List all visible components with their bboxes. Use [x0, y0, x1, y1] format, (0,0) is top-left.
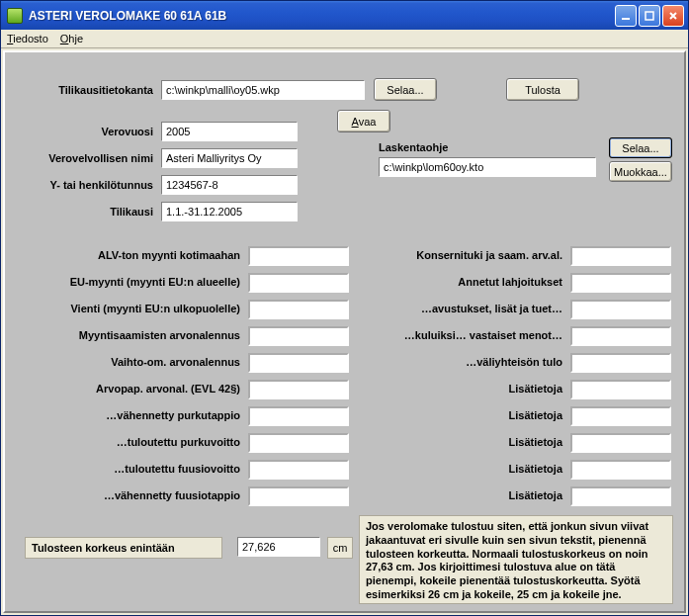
calc-label: Laskentaohje: [379, 141, 487, 153]
right-field-label: …kuluiksi… vastaiset menot…: [355, 329, 562, 341]
height-input[interactable]: [237, 537, 320, 557]
right-field-label: …väliyhteisön tulo: [355, 356, 562, 368]
menu-help[interactable]: Ohje: [60, 33, 83, 44]
minimize-button[interactable]: [615, 5, 637, 27]
left-field-label: EU-myynti (myynti EU:n alueelle): [13, 276, 240, 288]
left-field-input[interactable]: [248, 460, 349, 480]
id-label: Y- tai henkilötunnus: [15, 179, 153, 191]
svg-rect-0: [622, 18, 630, 20]
period-input[interactable]: [161, 202, 298, 221]
left-field-label: …tuloutettu purkuvoitto: [13, 436, 240, 448]
left-field-input[interactable]: [248, 406, 349, 426]
maximize-button[interactable]: [639, 5, 660, 27]
year-input[interactable]: [161, 122, 298, 141]
left-field-label: Vienti (myynti EU:n ulkopuolelle): [13, 303, 240, 314]
right-field-label: Lisätietoja: [355, 463, 562, 475]
height-label: Tulosteen korkeus enintään: [25, 537, 222, 559]
left-field-label: …vähennetty purkutappio: [13, 409, 240, 421]
right-field-input[interactable]: [570, 433, 671, 453]
left-field-label: …vähennetty fuusiotappio: [13, 489, 240, 501]
right-field-label: …avustukset, lisät ja tuet…: [355, 303, 562, 314]
year-label: Verovuosi: [15, 126, 153, 137]
right-field-label: Konsernituki ja saam. arv.al.: [355, 249, 562, 261]
right-field-input[interactable]: [570, 460, 671, 480]
left-field-label: …tuloutettu fuusiovoitto: [13, 463, 240, 475]
left-field-label: Myyntisaamisten arvonalennus: [13, 329, 240, 341]
right-field-input[interactable]: [570, 246, 671, 266]
left-field-label: Vaihto-om. arvonalennus: [13, 356, 240, 368]
db-label: Tilikausitietokanta: [15, 84, 153, 96]
right-field-label: Lisätietoja: [355, 436, 562, 448]
left-field-input[interactable]: [248, 273, 349, 293]
calc-input[interactable]: [379, 157, 596, 177]
menubar: Tiedosto Ohje: [1, 30, 688, 48]
height-unit: cm: [327, 537, 353, 559]
left-field-label: Arvopap. arvonal. (EVL 42§): [13, 383, 240, 395]
menu-file[interactable]: Tiedosto: [7, 33, 48, 44]
db-browse-button[interactable]: Selaa...: [374, 78, 437, 101]
period-label: Tilikausi: [15, 206, 153, 218]
client-area: Tilikausitietokanta Selaa... Tulosta Ava…: [3, 50, 686, 613]
open-button[interactable]: Avaa: [337, 110, 390, 132]
right-field-label: Lisätietoja: [355, 489, 562, 501]
help-text: Jos verolomake tulostuu siten, että jonk…: [359, 515, 673, 604]
right-field-label: Lisätietoja: [355, 409, 562, 421]
left-field-input[interactable]: [248, 486, 349, 506]
right-field-input[interactable]: [570, 273, 671, 293]
left-field-input[interactable]: [248, 353, 349, 373]
titlebar: ASTERI VEROLOMAKE 60 61A 61B: [1, 1, 688, 30]
left-field-input[interactable]: [248, 300, 349, 319]
name-input[interactable]: [161, 148, 298, 168]
left-field-input[interactable]: [248, 380, 349, 399]
close-button[interactable]: [662, 5, 684, 27]
print-button[interactable]: Tulosta: [506, 78, 579, 101]
right-field-label: Annetut lahjoitukset: [355, 276, 562, 288]
name-label: Verovelvollisen nimi: [15, 152, 153, 164]
right-field-input[interactable]: [570, 353, 671, 373]
db-input[interactable]: [161, 80, 365, 100]
id-input[interactable]: [161, 175, 298, 195]
right-field-input[interactable]: [570, 406, 671, 426]
calc-browse-button[interactable]: Selaa...: [609, 137, 672, 158]
left-field-input[interactable]: [248, 433, 349, 453]
right-field-input[interactable]: [570, 380, 671, 399]
svg-rect-1: [646, 12, 653, 20]
right-field-label: Lisätietoja: [355, 383, 562, 395]
app-icon: [7, 8, 23, 24]
right-field-input[interactable]: [570, 326, 671, 346]
left-field-input[interactable]: [248, 246, 349, 266]
left-field-input[interactable]: [248, 326, 349, 346]
window-title: ASTERI VEROLOMAKE 60 61A 61B: [29, 9, 615, 23]
right-field-input[interactable]: [570, 300, 671, 319]
left-field-label: ALV-ton myynti kotimaahan: [13, 249, 240, 261]
right-field-input[interactable]: [570, 486, 671, 506]
calc-edit-button[interactable]: Muokkaa...: [609, 161, 672, 182]
